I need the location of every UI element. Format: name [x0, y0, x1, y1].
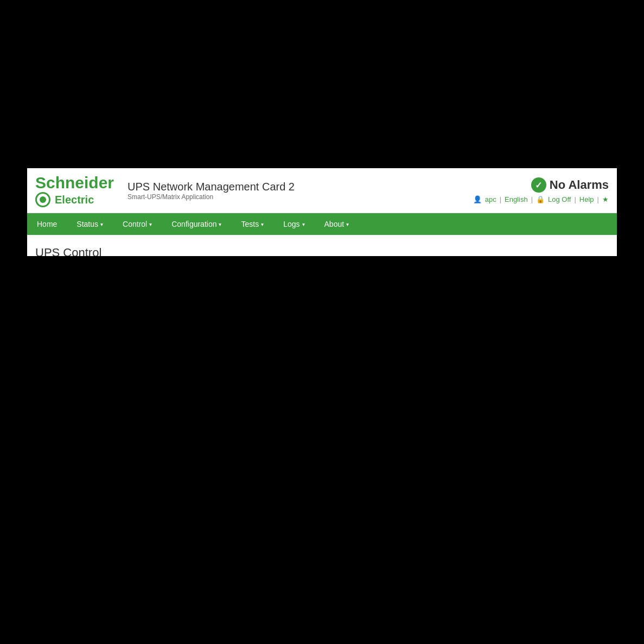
app-title: UPS Network Management Card 2: [127, 181, 295, 193]
header-right: ✓ No Alarms 👤 apc | English | 🔒 Log Off …: [473, 177, 609, 203]
nav-tests-arrow: ▾: [261, 221, 264, 227]
logo-circle-icon: [35, 192, 50, 207]
logoff-link[interactable]: Log Off: [548, 195, 571, 203]
nav-logs-arrow: ▾: [302, 221, 305, 227]
logo: Schneider Electric: [35, 174, 114, 207]
nav-logs[interactable]: Logs ▾: [273, 213, 314, 235]
nav-control[interactable]: Control ▾: [113, 213, 162, 235]
nav-control-label: Control: [123, 220, 147, 228]
help-link[interactable]: Help: [579, 195, 594, 203]
page-title: UPS Control: [35, 246, 609, 256]
nav-tests-label: Tests: [241, 220, 259, 228]
language-link[interactable]: English: [505, 195, 528, 203]
nav-logs-label: Logs: [283, 220, 299, 228]
header-links: 👤 apc | English | 🔒 Log Off | Help | ★: [473, 195, 609, 203]
sep4: |: [597, 195, 599, 203]
nav-control-arrow: ▾: [149, 221, 152, 227]
nav-status[interactable]: Status ▾: [67, 213, 113, 235]
navbar: Home Status ▾ Control ▾ Configuration ▾ …: [27, 213, 617, 235]
sep2: |: [531, 195, 533, 203]
nav-tests[interactable]: Tests ▾: [231, 213, 273, 235]
nav-home[interactable]: Home: [27, 213, 67, 235]
no-alarms-label: No Alarms: [550, 178, 609, 192]
nav-status-arrow: ▾: [100, 221, 103, 227]
key-icon: 🔒: [536, 195, 545, 203]
nav-about[interactable]: About ▾: [315, 213, 359, 235]
logo-schneider-text: Schneider: [35, 174, 114, 192]
main-content: UPS Control Reboot UPS Outlet Groups Tur…: [27, 235, 617, 256]
app-subtitle: Smart-UPS/Matrix Application: [127, 193, 295, 201]
sep3: |: [574, 195, 576, 203]
nav-configuration-label: Configuration: [171, 220, 216, 228]
header: Schneider Electric UPS Network Managemen…: [27, 168, 617, 213]
no-alarms-status: ✓ No Alarms: [531, 177, 609, 193]
check-icon: ✓: [531, 177, 546, 193]
nav-configuration-arrow: ▾: [219, 221, 221, 227]
header-title-block: UPS Network Management Card 2 Smart-UPS/…: [127, 181, 295, 201]
user-link[interactable]: apc: [485, 195, 496, 203]
nav-about-label: About: [324, 220, 345, 228]
nav-home-label: Home: [37, 220, 57, 228]
nav-about-arrow: ▾: [346, 221, 349, 227]
sep1: |: [500, 195, 501, 203]
nav-status-label: Status: [76, 220, 98, 228]
user-icon: 👤: [473, 195, 482, 203]
nav-configuration[interactable]: Configuration ▾: [162, 213, 231, 235]
logo-electric-text: Electric: [55, 194, 94, 206]
star-link[interactable]: ★: [602, 195, 609, 203]
